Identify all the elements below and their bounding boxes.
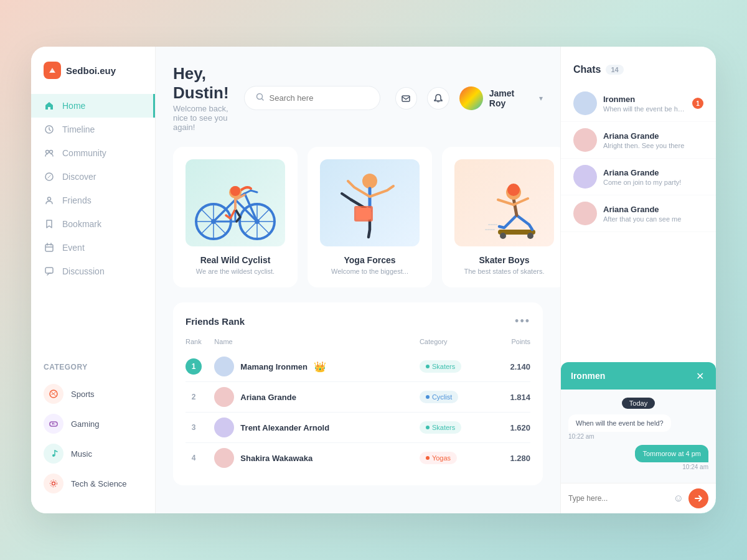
nav-label-home: Home <box>62 101 85 111</box>
chat-input-row: ☺ <box>561 483 716 513</box>
sidebar-item-home[interactable]: Home <box>31 94 155 118</box>
svg-point-2 <box>50 151 53 154</box>
chat-box-header: Ironmen ✕ <box>561 362 716 390</box>
unread-badge: 1 <box>692 98 703 109</box>
chat-item[interactable]: Ariana Grande Alright then. See you ther… <box>561 122 716 159</box>
nav-label-bookmark: Bookmark <box>62 219 101 229</box>
sidebar-item-bookmark[interactable]: Bookmark <box>31 212 155 236</box>
greeting: Hey, Dustin! <box>173 64 229 103</box>
today-badge: Today <box>622 398 655 409</box>
bubble-right: Tommorow at 4 pm <box>635 445 708 462</box>
music-icon <box>44 444 63 464</box>
card-skater[interactable]: Skater Boys The best states of skaters. <box>442 147 560 287</box>
user-info[interactable]: Jamet Roy ▾ <box>459 86 543 110</box>
rank-category: Skaters <box>420 413 494 443</box>
category-music-label: Music <box>71 449 92 459</box>
skater-image <box>454 159 554 246</box>
svg-rect-5 <box>45 245 53 251</box>
chat-message: When will the event be held? <box>603 105 686 113</box>
nav-section: Home Timeline <box>31 94 155 353</box>
nav-label-community: Community <box>62 148 106 158</box>
category-sports[interactable]: Sports <box>44 379 143 409</box>
chat-list: Ironmen When will the event be held? 1 A… <box>561 85 716 362</box>
msg-time-right: 10:24 am <box>682 464 708 470</box>
nav-label-friends: Friends <box>62 195 92 205</box>
rank-number: 3 <box>186 413 214 443</box>
friends-icon <box>44 195 55 206</box>
sidebar-item-timeline[interactable]: Timeline <box>31 118 155 141</box>
chat-box-name: Ironmen <box>571 371 605 381</box>
timeline-icon <box>44 124 55 135</box>
nav-label-event: Event <box>62 243 85 253</box>
rank-category: Skaters <box>420 352 494 382</box>
chat-input[interactable] <box>568 494 669 503</box>
chats-panel: Chats 14 Ironmen When will the event be … <box>560 47 716 513</box>
chat-info: Ariana Grande After that you can see me <box>603 205 703 223</box>
search-bar[interactable] <box>244 86 380 110</box>
chat-close-button[interactable]: ✕ <box>693 370 706 382</box>
category-music[interactable]: Music <box>44 439 143 469</box>
mail-button[interactable] <box>395 87 418 110</box>
send-button[interactable] <box>688 488 708 508</box>
chat-item[interactable]: Ariana Grande After that you can see me <box>561 195 716 232</box>
svg-point-11 <box>52 482 55 485</box>
card-cyclist[interactable]: Real Wild Cyclist We are the wildest cyc… <box>173 147 298 287</box>
logo-text: Sedboi.euy <box>66 65 116 76</box>
header: Hey, Dustin! Welcome back, nice to see y… <box>173 64 543 132</box>
svg-point-29 <box>362 174 377 189</box>
category-gaming[interactable]: Gaming <box>44 409 143 439</box>
chat-name: Ariana Grande <box>603 205 703 214</box>
bubble-left: When will the event be held? <box>568 414 671 432</box>
emoji-button[interactable]: ☺ <box>674 493 684 504</box>
category-gaming-label: Gaming <box>71 419 100 429</box>
logo[interactable]: Sedboi.euy <box>31 62 155 94</box>
card-yoga[interactable]: Yoga Forces Welcome to the biggest... <box>308 147 432 287</box>
home-icon <box>44 100 55 111</box>
card-cyclist-title: Real Wild Cyclist <box>186 255 285 265</box>
rank-table: Rank Name Category Points 1 Mamang Ironm… <box>186 338 530 473</box>
search-icon <box>256 93 265 103</box>
svg-point-33 <box>500 233 506 239</box>
rank-category: Cyclist <box>420 382 494 413</box>
svg-point-36 <box>507 184 520 196</box>
card-yoga-desc: Welcome to the biggest... <box>320 268 420 275</box>
chat-box: Ironmen ✕ Today When will the event be h… <box>561 362 716 513</box>
sidebar-item-event[interactable]: Event <box>31 236 155 259</box>
welcome-text: Welcome back, nice to see you again! <box>173 104 229 132</box>
community-icon <box>44 147 55 159</box>
rank-menu[interactable]: ••• <box>515 315 530 328</box>
sidebar: Sedboi.euy Home Timeline <box>31 47 156 513</box>
sidebar-item-community[interactable]: Community <box>31 141 155 165</box>
chat-item[interactable]: Ironmen When will the event be held? 1 <box>561 85 716 122</box>
header-left: Hey, Dustin! Welcome back, nice to see y… <box>173 64 229 132</box>
sidebar-item-discussion[interactable]: Discussion <box>31 259 155 283</box>
rank-header: Friends Rank ••• <box>186 315 530 328</box>
rank-person: Trent Alexander Arnold <box>214 413 420 443</box>
chat-item[interactable]: Ariana Grande Come on join to my party! <box>561 159 716 195</box>
chat-info: Ariana Grande Alright then. See you ther… <box>603 131 703 149</box>
chat-name: Ariana Grande <box>603 131 703 141</box>
search-input[interactable] <box>270 93 369 103</box>
rank-title: Friends Rank <box>186 316 245 327</box>
notification-button[interactable] <box>427 87 449 110</box>
chats-title: Chats <box>573 64 601 75</box>
msg-time-left: 10:22 am <box>568 433 594 440</box>
sidebar-item-discover[interactable]: Discover <box>31 165 155 189</box>
rank-number: 1 <box>186 352 214 382</box>
sports-icon <box>44 384 63 404</box>
yoga-image <box>320 159 420 246</box>
sidebar-item-friends[interactable]: Friends <box>31 189 155 212</box>
chat-name: Ironmen <box>603 95 686 104</box>
category-tech[interactable]: Tech & Science <box>44 469 143 498</box>
chat-name: Ariana Grande <box>603 168 703 177</box>
svg-rect-6 <box>45 268 53 273</box>
table-row: 1 Mamang Ironmen 👑 Skaters 2.140 <box>186 352 530 382</box>
nav-label-timeline: Timeline <box>62 124 95 134</box>
svg-rect-31 <box>356 208 371 220</box>
logo-icon <box>44 62 61 79</box>
col-category: Category <box>420 338 494 352</box>
table-row: 4 Shakira Wakawaka Yogas 1.280 <box>186 443 530 474</box>
svg-point-4 <box>48 197 51 200</box>
header-right: Jamet Roy ▾ <box>395 86 543 110</box>
rank-points: 1.814 <box>494 382 530 413</box>
